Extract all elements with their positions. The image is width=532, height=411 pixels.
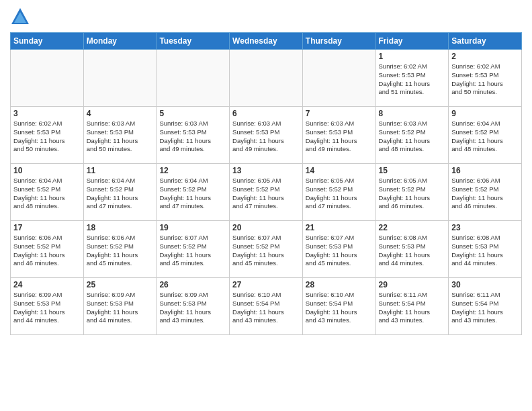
day-info: Sunrise: 6:09 AM Sunset: 5:53 PM Dayligh… — [87, 291, 154, 325]
weekday-row: SundayMondayTuesdayWednesdayThursdayFrid… — [11, 33, 522, 50]
calendar-day: 14Sunrise: 6:05 AM Sunset: 5:52 PM Dayli… — [302, 164, 375, 221]
day-info: Sunrise: 6:06 AM Sunset: 5:52 PM Dayligh… — [13, 234, 81, 268]
calendar-day: 29Sunrise: 6:11 AM Sunset: 5:54 PM Dayli… — [375, 278, 449, 335]
calendar-day: 28Sunrise: 6:10 AM Sunset: 5:54 PM Dayli… — [302, 278, 375, 335]
day-info: Sunrise: 6:07 AM Sunset: 5:53 PM Dayligh… — [306, 234, 373, 268]
day-number: 11 — [87, 166, 154, 175]
calendar-day: 20Sunrise: 6:07 AM Sunset: 5:52 PM Dayli… — [230, 221, 303, 278]
day-info: Sunrise: 6:07 AM Sunset: 5:52 PM Dayligh… — [232, 234, 300, 268]
calendar-day: 24Sunrise: 6:09 AM Sunset: 5:53 PM Dayli… — [11, 278, 84, 335]
calendar-day: 4Sunrise: 6:03 AM Sunset: 5:53 PM Daylig… — [83, 107, 157, 164]
day-info: Sunrise: 6:02 AM Sunset: 5:53 PM Dayligh… — [13, 120, 81, 154]
calendar-day: 10Sunrise: 6:04 AM Sunset: 5:52 PM Dayli… — [11, 164, 84, 221]
day-info: Sunrise: 6:05 AM Sunset: 5:52 PM Dayligh… — [232, 177, 300, 211]
calendar-week-1: 1Sunrise: 6:02 AM Sunset: 5:53 PM Daylig… — [11, 50, 522, 107]
calendar-day — [83, 50, 157, 107]
day-number: 17 — [13, 223, 81, 232]
day-number: 5 — [159, 109, 226, 118]
calendar-day: 22Sunrise: 6:08 AM Sunset: 5:53 PM Dayli… — [375, 221, 449, 278]
day-number: 1 — [379, 52, 446, 61]
day-number: 19 — [159, 223, 226, 232]
day-info: Sunrise: 6:05 AM Sunset: 5:52 PM Dayligh… — [379, 177, 446, 211]
day-info: Sunrise: 6:11 AM Sunset: 5:54 PM Dayligh… — [451, 291, 519, 325]
calendar-day: 26Sunrise: 6:09 AM Sunset: 5:53 PM Dayli… — [157, 278, 230, 335]
calendar-day — [157, 50, 230, 107]
day-info: Sunrise: 6:03 AM Sunset: 5:53 PM Dayligh… — [232, 120, 300, 154]
page: SundayMondayTuesdayWednesdayThursdayFrid… — [0, 0, 532, 411]
day-number: 27 — [232, 280, 300, 289]
calendar-day: 12Sunrise: 6:04 AM Sunset: 5:52 PM Dayli… — [157, 164, 230, 221]
day-info: Sunrise: 6:10 AM Sunset: 5:54 PM Dayligh… — [232, 291, 300, 325]
day-number: 6 — [232, 109, 300, 118]
calendar-day: 5Sunrise: 6:03 AM Sunset: 5:53 PM Daylig… — [157, 107, 230, 164]
day-info: Sunrise: 6:06 AM Sunset: 5:52 PM Dayligh… — [451, 177, 519, 211]
weekday-header-friday: Friday — [375, 33, 449, 50]
calendar-week-3: 10Sunrise: 6:04 AM Sunset: 5:52 PM Dayli… — [11, 164, 522, 221]
calendar-day: 18Sunrise: 6:06 AM Sunset: 5:52 PM Dayli… — [83, 221, 157, 278]
day-info: Sunrise: 6:02 AM Sunset: 5:53 PM Dayligh… — [379, 62, 446, 97]
calendar-header: SundayMondayTuesdayWednesdayThursdayFrid… — [11, 33, 522, 50]
day-number: 13 — [232, 166, 300, 175]
calendar-table: SundayMondayTuesdayWednesdayThursdayFrid… — [10, 32, 522, 335]
day-info: Sunrise: 6:09 AM Sunset: 5:53 PM Dayligh… — [159, 291, 226, 325]
calendar-day: 27Sunrise: 6:10 AM Sunset: 5:54 PM Dayli… — [230, 278, 303, 335]
day-info: Sunrise: 6:03 AM Sunset: 5:53 PM Dayligh… — [306, 120, 373, 154]
day-number: 12 — [159, 166, 226, 175]
calendar-week-2: 3Sunrise: 6:02 AM Sunset: 5:53 PM Daylig… — [11, 107, 522, 164]
day-number: 15 — [379, 166, 446, 175]
day-info: Sunrise: 6:05 AM Sunset: 5:52 PM Dayligh… — [306, 177, 373, 211]
calendar-day: 17Sunrise: 6:06 AM Sunset: 5:52 PM Dayli… — [11, 221, 84, 278]
day-number: 21 — [306, 223, 373, 232]
calendar-day: 25Sunrise: 6:09 AM Sunset: 5:53 PM Dayli… — [83, 278, 157, 335]
day-info: Sunrise: 6:03 AM Sunset: 5:53 PM Dayligh… — [87, 120, 154, 154]
day-number: 4 — [87, 109, 154, 118]
day-number: 29 — [379, 280, 446, 289]
calendar-day: 16Sunrise: 6:06 AM Sunset: 5:52 PM Dayli… — [449, 164, 522, 221]
day-info: Sunrise: 6:07 AM Sunset: 5:52 PM Dayligh… — [159, 234, 226, 268]
day-number: 16 — [451, 166, 519, 175]
weekday-header-monday: Monday — [83, 33, 157, 50]
calendar-day: 11Sunrise: 6:04 AM Sunset: 5:52 PM Dayli… — [83, 164, 157, 221]
calendar-day: 15Sunrise: 6:05 AM Sunset: 5:52 PM Dayli… — [375, 164, 449, 221]
calendar-body: 1Sunrise: 6:02 AM Sunset: 5:53 PM Daylig… — [11, 50, 522, 335]
header — [10, 7, 522, 27]
logo — [10, 7, 33, 27]
weekday-header-wednesday: Wednesday — [230, 33, 303, 50]
calendar-day: 30Sunrise: 6:11 AM Sunset: 5:54 PM Dayli… — [449, 278, 522, 335]
calendar-day: 8Sunrise: 6:03 AM Sunset: 5:52 PM Daylig… — [375, 107, 449, 164]
calendar-day: 19Sunrise: 6:07 AM Sunset: 5:52 PM Dayli… — [157, 221, 230, 278]
calendar-week-4: 17Sunrise: 6:06 AM Sunset: 5:52 PM Dayli… — [11, 221, 522, 278]
day-info: Sunrise: 6:06 AM Sunset: 5:52 PM Dayligh… — [87, 234, 154, 268]
day-number: 8 — [379, 109, 446, 118]
day-info: Sunrise: 6:03 AM Sunset: 5:53 PM Dayligh… — [159, 120, 226, 154]
day-info: Sunrise: 6:02 AM Sunset: 5:53 PM Dayligh… — [451, 62, 519, 97]
day-info: Sunrise: 6:04 AM Sunset: 5:52 PM Dayligh… — [159, 177, 226, 211]
calendar-day: 2Sunrise: 6:02 AM Sunset: 5:53 PM Daylig… — [449, 50, 522, 107]
calendar-day: 1Sunrise: 6:02 AM Sunset: 5:53 PM Daylig… — [375, 50, 449, 107]
day-number: 30 — [451, 280, 519, 289]
day-number: 20 — [232, 223, 300, 232]
day-number: 22 — [379, 223, 446, 232]
calendar-day: 13Sunrise: 6:05 AM Sunset: 5:52 PM Dayli… — [230, 164, 303, 221]
day-number: 2 — [451, 52, 519, 61]
day-number: 28 — [306, 280, 373, 289]
weekday-header-saturday: Saturday — [449, 33, 522, 50]
calendar-day: 6Sunrise: 6:03 AM Sunset: 5:53 PM Daylig… — [230, 107, 303, 164]
logo-icon — [10, 7, 30, 27]
day-number: 14 — [306, 166, 373, 175]
day-info: Sunrise: 6:04 AM Sunset: 5:52 PM Dayligh… — [87, 177, 154, 211]
day-info: Sunrise: 6:10 AM Sunset: 5:54 PM Dayligh… — [306, 291, 373, 325]
calendar-day: 3Sunrise: 6:02 AM Sunset: 5:53 PM Daylig… — [11, 107, 84, 164]
day-info: Sunrise: 6:11 AM Sunset: 5:54 PM Dayligh… — [379, 291, 446, 325]
day-info: Sunrise: 6:08 AM Sunset: 5:53 PM Dayligh… — [379, 234, 446, 268]
weekday-header-sunday: Sunday — [11, 33, 84, 50]
day-info: Sunrise: 6:03 AM Sunset: 5:52 PM Dayligh… — [379, 120, 446, 154]
calendar-day: 21Sunrise: 6:07 AM Sunset: 5:53 PM Dayli… — [302, 221, 375, 278]
day-info: Sunrise: 6:04 AM Sunset: 5:52 PM Dayligh… — [451, 120, 519, 154]
weekday-header-tuesday: Tuesday — [157, 33, 230, 50]
calendar-day: 23Sunrise: 6:08 AM Sunset: 5:53 PM Dayli… — [449, 221, 522, 278]
day-number: 26 — [159, 280, 226, 289]
calendar-day: 9Sunrise: 6:04 AM Sunset: 5:52 PM Daylig… — [449, 107, 522, 164]
day-number: 18 — [87, 223, 154, 232]
day-info: Sunrise: 6:09 AM Sunset: 5:53 PM Dayligh… — [13, 291, 81, 325]
